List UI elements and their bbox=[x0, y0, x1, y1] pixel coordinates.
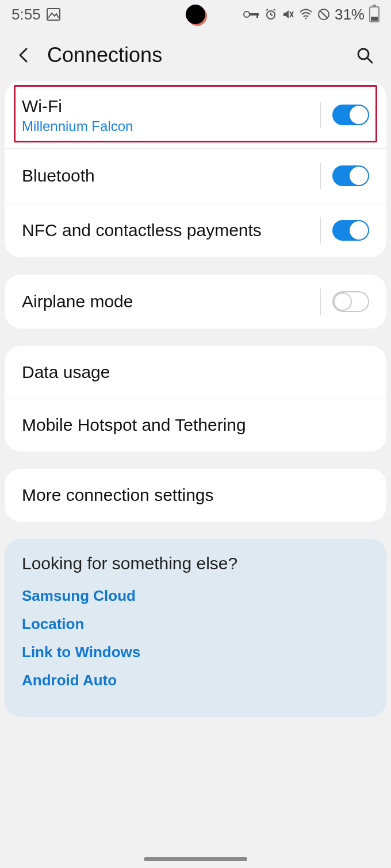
divider bbox=[320, 102, 321, 128]
link-android-auto[interactable]: Android Auto bbox=[22, 672, 369, 689]
wifi-title: Wi-Fi bbox=[22, 95, 315, 117]
image-icon bbox=[47, 8, 60, 21]
nfc-title: NFC and contactless payments bbox=[22, 219, 315, 241]
gesture-bar[interactable] bbox=[144, 857, 247, 861]
link-samsung-cloud[interactable]: Samsung Cloud bbox=[22, 587, 369, 605]
divider bbox=[320, 163, 321, 189]
search-button[interactable] bbox=[352, 43, 377, 68]
notch-indicator bbox=[186, 5, 205, 24]
page-title: Connections bbox=[47, 43, 162, 67]
link-link-to-windows[interactable]: Link to Windows bbox=[22, 643, 369, 661]
do-not-disturb-icon bbox=[317, 8, 330, 21]
wifi-row[interactable]: Wi-Fi Millennium Falcon bbox=[5, 82, 386, 148]
connections-group-4: More connection settings bbox=[5, 469, 386, 522]
wifi-icon bbox=[299, 9, 313, 20]
more-title: More connection settings bbox=[22, 484, 369, 506]
bluetooth-row[interactable]: Bluetooth bbox=[5, 148, 386, 203]
svg-point-12 bbox=[305, 18, 306, 20]
battery-icon bbox=[369, 6, 379, 22]
airplane-mode-row[interactable]: Airplane mode bbox=[5, 275, 386, 329]
alarm-icon bbox=[264, 8, 277, 21]
data-usage-title: Data usage bbox=[22, 361, 369, 383]
data-usage-row[interactable]: Data usage bbox=[5, 346, 386, 399]
hotspot-title: Mobile Hotspot and Tethering bbox=[22, 414, 369, 436]
page-header: Connections bbox=[0, 29, 391, 82]
wifi-toggle[interactable] bbox=[332, 105, 369, 125]
svg-marker-9 bbox=[283, 10, 289, 18]
svg-line-6 bbox=[271, 15, 273, 16]
link-location[interactable]: Location bbox=[22, 615, 369, 633]
svg-line-14 bbox=[320, 10, 328, 18]
wifi-subtitle: Millennium Falcon bbox=[22, 118, 315, 134]
svg-rect-3 bbox=[256, 13, 258, 18]
mute-vibrate-icon bbox=[282, 8, 294, 21]
svg-line-8 bbox=[274, 9, 275, 10]
nfc-toggle[interactable] bbox=[332, 220, 369, 241]
svg-point-1 bbox=[244, 11, 250, 17]
divider bbox=[320, 217, 321, 244]
bluetooth-title: Bluetooth bbox=[22, 165, 315, 187]
hotspot-row[interactable]: Mobile Hotspot and Tethering bbox=[5, 399, 386, 452]
svg-line-7 bbox=[266, 9, 268, 10]
divider bbox=[320, 288, 321, 315]
suggestions-card: Looking for something else? Samsung Clou… bbox=[5, 539, 386, 717]
status-time: 5:55 bbox=[12, 6, 41, 24]
status-bar: 5:55 31% bbox=[0, 0, 391, 29]
svg-line-16 bbox=[367, 58, 372, 63]
connections-group-2: Airplane mode bbox=[5, 275, 386, 329]
suggestions-heading: Looking for something else? bbox=[22, 554, 369, 573]
bluetooth-toggle[interactable] bbox=[332, 165, 369, 186]
connections-group-1: Wi-Fi Millennium Falcon Bluetooth NFC an… bbox=[5, 82, 386, 257]
vpn-key-icon bbox=[243, 10, 260, 19]
airplane-title: Airplane mode bbox=[22, 291, 315, 313]
more-connection-settings-row[interactable]: More connection settings bbox=[5, 469, 386, 522]
nfc-row[interactable]: NFC and contactless payments bbox=[5, 203, 386, 257]
back-button[interactable] bbox=[12, 43, 37, 68]
battery-percent: 31% bbox=[335, 6, 365, 24]
connections-group-3: Data usage Mobile Hotspot and Tethering bbox=[5, 346, 386, 452]
airplane-toggle[interactable] bbox=[332, 291, 369, 312]
